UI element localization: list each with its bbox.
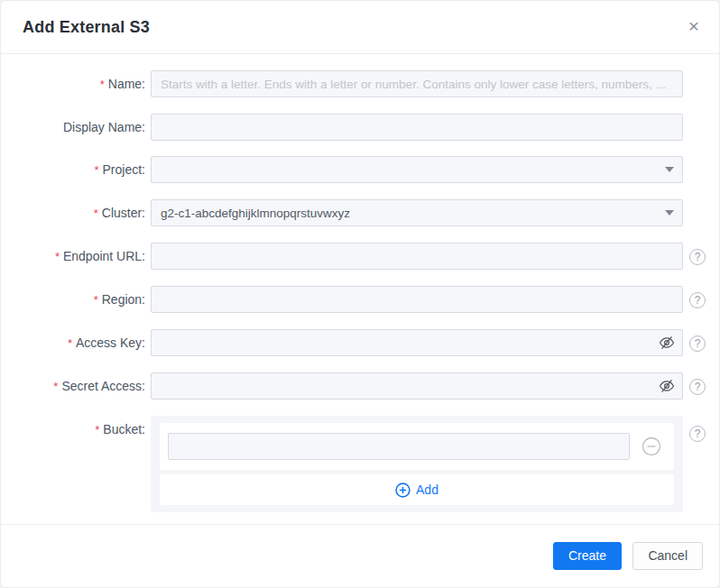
plus-circle-icon bbox=[395, 482, 411, 498]
endpoint-url-label: *Endpoint URL: bbox=[1, 243, 145, 271]
dialog-title: Add External S3 bbox=[23, 18, 150, 37]
form-row-bucket: *Bucket: bbox=[1, 416, 719, 512]
required-asterisk: * bbox=[95, 423, 99, 436]
remove-bucket-icon[interactable] bbox=[642, 436, 661, 456]
required-asterisk: * bbox=[53, 380, 58, 393]
secret-access-input[interactable] bbox=[151, 372, 683, 400]
required-asterisk: * bbox=[94, 207, 98, 220]
create-button[interactable]: Create bbox=[553, 542, 622, 570]
bucket-input[interactable] bbox=[168, 433, 630, 460]
bucket-label: *Bucket: bbox=[1, 416, 145, 444]
help-icon[interactable]: ? bbox=[689, 292, 706, 308]
help-icon[interactable]: ? bbox=[689, 249, 706, 265]
cancel-button[interactable]: Cancel bbox=[632, 542, 703, 570]
access-key-label: *Access Key: bbox=[1, 329, 145, 357]
endpoint-url-input[interactable] bbox=[151, 243, 683, 270]
bucket-panel: Add bbox=[151, 416, 683, 512]
help-icon[interactable]: ? bbox=[689, 335, 706, 352]
dialog-body: *Name: Display Name: *Project: *Clus bbox=[1, 54, 719, 512]
name-input[interactable] bbox=[151, 70, 683, 97]
eye-off-icon[interactable] bbox=[659, 379, 675, 393]
close-icon[interactable]: × bbox=[688, 16, 699, 35]
required-asterisk: * bbox=[68, 336, 72, 350]
cluster-select[interactable]: g2-c1-abcdefghijklmnopqrstuvwxyz bbox=[151, 199, 683, 226]
form-row-cluster: *Cluster: g2-c1-abcdefghijklmnopqrstuvwx… bbox=[1, 199, 719, 227]
region-input[interactable] bbox=[151, 286, 683, 313]
access-key-input[interactable] bbox=[151, 329, 683, 356]
form-row-display-name: Display Name: bbox=[1, 114, 719, 141]
project-label: *Project: bbox=[1, 156, 145, 184]
form-row-region: *Region: ? bbox=[1, 286, 719, 314]
required-asterisk: * bbox=[94, 293, 98, 307]
form-row-endpoint-url: *Endpoint URL: ? bbox=[1, 243, 719, 271]
form-row-project: *Project: bbox=[1, 156, 719, 184]
cluster-label: *Cluster: bbox=[1, 199, 145, 227]
required-asterisk: * bbox=[100, 78, 105, 91]
dialog-footer: Create Cancel bbox=[1, 525, 719, 587]
display-name-label: Display Name: bbox=[1, 114, 145, 141]
required-asterisk: * bbox=[94, 163, 98, 177]
region-label: *Region: bbox=[1, 286, 145, 314]
form-row-secret-access: *Secret Access: ? bbox=[1, 372, 719, 400]
project-select[interactable] bbox=[151, 156, 683, 183]
chevron-down-icon bbox=[665, 210, 674, 216]
help-icon[interactable]: ? bbox=[689, 379, 706, 395]
cluster-select-value: g2-c1-abcdefghijklmnopqrstuvwxyz bbox=[161, 207, 350, 220]
display-name-input[interactable] bbox=[151, 114, 683, 141]
dialog-header: Add External S3 × bbox=[1, 1, 719, 53]
add-bucket-button[interactable]: Add bbox=[160, 474, 674, 505]
chevron-down-icon bbox=[665, 167, 674, 172]
eye-off-icon[interactable] bbox=[659, 335, 675, 350]
bucket-item-row bbox=[160, 423, 674, 470]
form-row-name: *Name: bbox=[1, 70, 719, 98]
form-row-access-key: *Access Key: ? bbox=[1, 329, 719, 357]
required-asterisk: * bbox=[55, 250, 60, 263]
add-bucket-label: Add bbox=[416, 482, 438, 497]
add-external-s3-dialog: Add External S3 × *Name: Display Name: *… bbox=[0, 0, 720, 588]
name-label: *Name: bbox=[1, 70, 145, 98]
help-icon[interactable]: ? bbox=[689, 426, 706, 442]
secret-access-label: *Secret Access: bbox=[1, 372, 145, 400]
